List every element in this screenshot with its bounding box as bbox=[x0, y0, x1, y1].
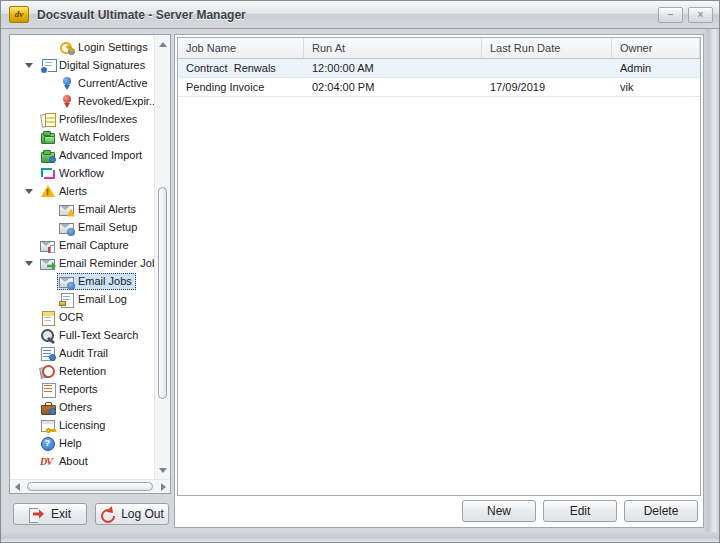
sidebar-item-label: OCR bbox=[59, 311, 83, 323]
sidebar-item-label: Email Setup bbox=[78, 221, 137, 233]
expand-arrow-icon[interactable] bbox=[39, 74, 57, 92]
sidebar-item-full-text-search[interactable]: Full-Text Search bbox=[10, 326, 154, 344]
table-cell: Pending Invoice bbox=[178, 78, 304, 96]
sidebar-item-label: Profiles/Indexes bbox=[59, 113, 137, 125]
table-row-pending-invoice[interactable]: Pending Invoice02:04:00 PM17/09/2019vik bbox=[178, 78, 700, 97]
expand-arrow-icon[interactable] bbox=[39, 38, 57, 56]
expand-arrow-icon[interactable] bbox=[20, 380, 38, 398]
expand-arrow-icon[interactable] bbox=[20, 254, 38, 272]
expand-arrow-icon[interactable] bbox=[20, 182, 38, 200]
sidebar-item-about[interactable]: About bbox=[10, 452, 154, 470]
new-button[interactable]: New bbox=[462, 500, 536, 522]
email-setup-icon bbox=[59, 220, 75, 235]
window-titlebar: dv Docsvault Ultimate - Server Manager –… bbox=[1, 1, 719, 29]
expand-arrow-icon[interactable] bbox=[20, 452, 38, 470]
sidebar-item-audit-trail[interactable]: Audit Trail bbox=[10, 344, 154, 362]
column-header-job-name[interactable]: Job Name bbox=[178, 38, 304, 58]
expand-arrow-icon[interactable] bbox=[20, 146, 38, 164]
column-header-owner[interactable]: Owner bbox=[612, 38, 700, 58]
edit-button[interactable]: Edit bbox=[543, 500, 617, 522]
jobs-table: Job NameRun AtLast Run DateOwner Contrac… bbox=[177, 37, 701, 496]
help-icon bbox=[40, 436, 56, 451]
sidebar-item-digital-signatures[interactable]: Digital Signatures bbox=[10, 56, 154, 74]
revoked-expired-icon bbox=[59, 94, 75, 109]
expand-arrow-icon[interactable] bbox=[20, 308, 38, 326]
sidebar-item-label: Full-Text Search bbox=[59, 329, 138, 341]
window-frame-right bbox=[703, 29, 719, 542]
sidebar-item-current-active[interactable]: Current/Active bbox=[10, 74, 154, 92]
minimize-button[interactable]: – bbox=[658, 7, 683, 23]
expand-arrow-icon[interactable] bbox=[20, 326, 38, 344]
expand-arrow-icon[interactable] bbox=[39, 92, 57, 110]
sidebar-item-email-log[interactable]: Email Log bbox=[10, 290, 154, 308]
scroll-right-icon[interactable] bbox=[156, 483, 170, 491]
sidebar-item-help[interactable]: Help bbox=[10, 434, 154, 452]
table-header-row: Job NameRun AtLast Run DateOwner bbox=[178, 38, 700, 59]
table-cell: vik bbox=[612, 78, 700, 96]
column-header-run-at[interactable]: Run At bbox=[304, 38, 482, 58]
sidebar-item-watch-folders[interactable]: Watch Folders bbox=[10, 128, 154, 146]
table-body: Contract Renwals12:00:00 AMAdminPending … bbox=[178, 59, 700, 97]
sidebar-item-profiles-indexes[interactable]: Profiles/Indexes bbox=[10, 110, 154, 128]
sidebar-item-label: Alerts bbox=[59, 185, 87, 197]
exit-button-label: Exit bbox=[51, 507, 71, 521]
logout-button-label: Log Out bbox=[121, 507, 164, 521]
sidebar-item-alerts[interactable]: Alerts bbox=[10, 182, 154, 200]
expand-arrow-icon[interactable] bbox=[20, 398, 38, 416]
expand-arrow-icon[interactable] bbox=[20, 110, 38, 128]
sidebar-item-login-settings[interactable]: Login Settings bbox=[10, 38, 154, 56]
sidebar-item-label: Licensing bbox=[59, 419, 105, 431]
expand-arrow-icon[interactable] bbox=[20, 362, 38, 380]
sidebar-item-others[interactable]: Others bbox=[10, 398, 154, 416]
close-button[interactable]: × bbox=[688, 7, 713, 23]
table-cell: 17/09/2019 bbox=[482, 78, 612, 96]
expand-arrow-icon[interactable] bbox=[20, 164, 38, 182]
expand-arrow-icon[interactable] bbox=[39, 218, 57, 236]
scroll-left-icon[interactable] bbox=[10, 483, 24, 491]
sidebar-item-retention[interactable]: Retention bbox=[10, 362, 154, 380]
sidebar-panel: Login Settings Digital Signatures Curren… bbox=[9, 34, 171, 494]
audit-trail-icon bbox=[40, 346, 56, 361]
email-log-icon bbox=[59, 292, 75, 307]
expand-arrow-icon[interactable] bbox=[20, 236, 38, 254]
others-icon bbox=[40, 400, 56, 415]
sidebar-tree: Login Settings Digital Signatures Curren… bbox=[10, 38, 154, 479]
expand-arrow-icon[interactable] bbox=[39, 272, 57, 290]
exit-button[interactable]: Exit bbox=[13, 503, 87, 525]
sidebar-item-email-jobs[interactable]: Email Jobs bbox=[10, 272, 154, 290]
sidebar-item-email-capture[interactable]: Email Capture bbox=[10, 236, 154, 254]
expand-arrow-icon[interactable] bbox=[39, 290, 57, 308]
sidebar-item-email-setup[interactable]: Email Setup bbox=[10, 218, 154, 236]
sidebar-item-email-alerts[interactable]: Email Alerts bbox=[10, 200, 154, 218]
table-cell: 02:04:00 PM bbox=[304, 78, 482, 96]
horizontal-scroll-thumb[interactable] bbox=[27, 482, 153, 491]
expand-arrow-icon[interactable] bbox=[20, 434, 38, 452]
column-header-last-run-date[interactable]: Last Run Date bbox=[482, 38, 612, 58]
sidebar-item-revoked-expir[interactable]: Revoked/Expir... bbox=[10, 92, 154, 110]
sidebar-vertical-scrollbar[interactable] bbox=[154, 35, 170, 479]
table-row-contract-renwals[interactable]: Contract Renwals12:00:00 AMAdmin bbox=[178, 59, 700, 78]
expand-arrow-icon[interactable] bbox=[20, 128, 38, 146]
sidebar-item-label: Login Settings bbox=[78, 41, 148, 53]
sidebar-item-licensing[interactable]: Licensing bbox=[10, 416, 154, 434]
delete-button[interactable]: Delete bbox=[624, 500, 698, 522]
expand-arrow-icon[interactable] bbox=[20, 416, 38, 434]
expand-arrow-icon[interactable] bbox=[20, 56, 38, 74]
scroll-up-icon[interactable] bbox=[155, 37, 170, 51]
sidebar-item-label: Retention bbox=[59, 365, 106, 377]
logout-button[interactable]: Log Out bbox=[95, 503, 169, 525]
vertical-scroll-thumb[interactable] bbox=[158, 187, 167, 399]
sidebar-item-advanced-import[interactable]: Advanced Import bbox=[10, 146, 154, 164]
sidebar-item-label: Email Alerts bbox=[78, 203, 136, 215]
scroll-down-icon[interactable] bbox=[155, 463, 170, 477]
expand-arrow-icon[interactable] bbox=[39, 200, 57, 218]
app-window: dv Docsvault Ultimate - Server Manager –… bbox=[0, 0, 720, 543]
sidebar-horizontal-scrollbar[interactable] bbox=[10, 479, 170, 493]
sidebar-item-workflow[interactable]: Workflow bbox=[10, 164, 154, 182]
sidebar-item-ocr[interactable]: OCR bbox=[10, 308, 154, 326]
licensing-icon bbox=[40, 418, 56, 433]
login-settings-icon bbox=[59, 40, 75, 55]
sidebar-item-email-reminder-jobs[interactable]: Email Reminder Jobs bbox=[10, 254, 154, 272]
expand-arrow-icon[interactable] bbox=[20, 344, 38, 362]
sidebar-item-reports[interactable]: Reports bbox=[10, 380, 154, 398]
